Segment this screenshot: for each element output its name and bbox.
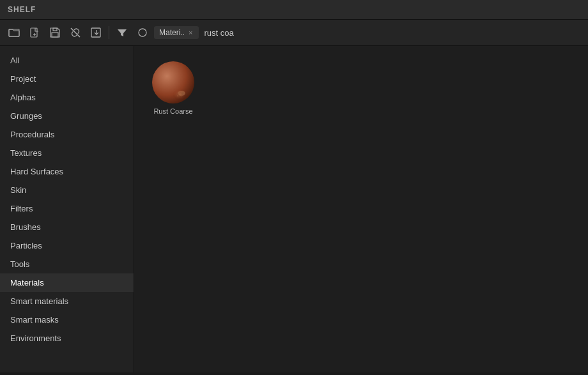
sidebar-item-procedurals-label: Procedurals (10, 130, 54, 139)
sidebar-item-hard-surfaces-label: Hard Surfaces (10, 167, 63, 176)
link-off-icon[interactable] (66, 24, 84, 42)
sidebar-item-all-label: All (10, 56, 19, 65)
sidebar-item-brushes-label: Brushes (10, 222, 41, 232)
svg-point-12 (177, 95, 178, 96)
sidebar-item-particles-label: Particles (10, 241, 42, 250)
import-icon[interactable] (87, 24, 105, 42)
svg-point-11 (182, 93, 184, 95)
filter-icon[interactable] (113, 24, 131, 42)
sidebar-item-particles[interactable]: Particles (0, 236, 134, 255)
tab-close-button[interactable]: × (187, 29, 194, 36)
shelf-header: SHELF (0, 0, 588, 20)
sidebar-item-textures-label: Textures (10, 148, 42, 158)
sidebar-item-smart-masks[interactable]: Smart masks (0, 310, 134, 329)
sidebar-item-grunges[interactable]: Grunges (0, 107, 134, 125)
material-sphere-rust (152, 61, 194, 103)
sidebar-item-filters[interactable]: Filters (0, 199, 134, 218)
search-input[interactable] (201, 27, 583, 39)
sphere-texture (152, 61, 194, 103)
sidebar-item-textures[interactable]: Textures (0, 144, 134, 162)
sidebar-item-smart-materials[interactable]: Smart materials (0, 292, 134, 310)
svg-point-13 (181, 96, 182, 97)
sidebar-item-skin-label: Skin (10, 185, 26, 195)
sidebar-item-hard-surfaces[interactable]: Hard Surfaces (0, 162, 134, 181)
sidebar-item-project-label: Project (10, 74, 36, 84)
sidebar-item-tools[interactable]: Tools (0, 255, 134, 273)
sidebar-item-filters-label: Filters (10, 204, 33, 213)
svg-rect-3 (53, 28, 57, 31)
sidebar: All Project Alphas Grunges Procedurals T… (0, 46, 134, 372)
new-file-icon[interactable] (26, 24, 43, 42)
svg-point-8 (139, 29, 146, 36)
material-label-rust-coarse: Rust Coarse (153, 107, 192, 115)
material-item-rust-coarse[interactable]: Rust Coarse (144, 56, 202, 120)
sidebar-item-all[interactable]: All (0, 51, 134, 70)
folder-icon[interactable] (5, 24, 23, 42)
main-content: All Project Alphas Grunges Procedurals T… (0, 46, 588, 372)
tab-label: Materi.. (159, 28, 185, 37)
svg-rect-4 (52, 33, 58, 37)
svg-rect-6 (91, 28, 100, 37)
sidebar-item-smart-masks-label: Smart masks (10, 315, 59, 325)
materials-tab[interactable]: Materi.. × (154, 26, 199, 39)
sidebar-item-environments-label: Environments (10, 333, 61, 343)
toolbar: Materi.. × (0, 20, 588, 46)
sidebar-item-procedurals[interactable]: Procedurals (0, 125, 134, 144)
svg-rect-0 (31, 28, 37, 37)
sidebar-item-alphas[interactable]: Alphas (0, 88, 134, 107)
sidebar-item-project[interactable]: Project (0, 70, 134, 88)
sidebar-item-environments[interactable]: Environments (0, 329, 134, 348)
sidebar-item-grunges-label: Grunges (10, 111, 42, 121)
shelf-title: SHELF (8, 5, 36, 14)
content-area: Rust Coarse (134, 46, 588, 372)
save-icon[interactable] (46, 24, 64, 42)
toolbar-separator (109, 26, 109, 39)
sidebar-item-materials-label: Materials (10, 278, 44, 287)
sidebar-item-alphas-label: Alphas (10, 93, 36, 102)
sidebar-item-materials[interactable]: Materials (0, 273, 134, 292)
svg-point-10 (179, 93, 182, 96)
sidebar-item-brushes[interactable]: Brushes (0, 218, 134, 236)
svg-point-9 (152, 61, 194, 103)
sidebar-item-smart-materials-label: Smart materials (10, 296, 68, 306)
sidebar-item-skin[interactable]: Skin (0, 181, 134, 199)
sidebar-item-tools-label: Tools (10, 259, 29, 269)
circle-icon[interactable] (134, 24, 151, 42)
